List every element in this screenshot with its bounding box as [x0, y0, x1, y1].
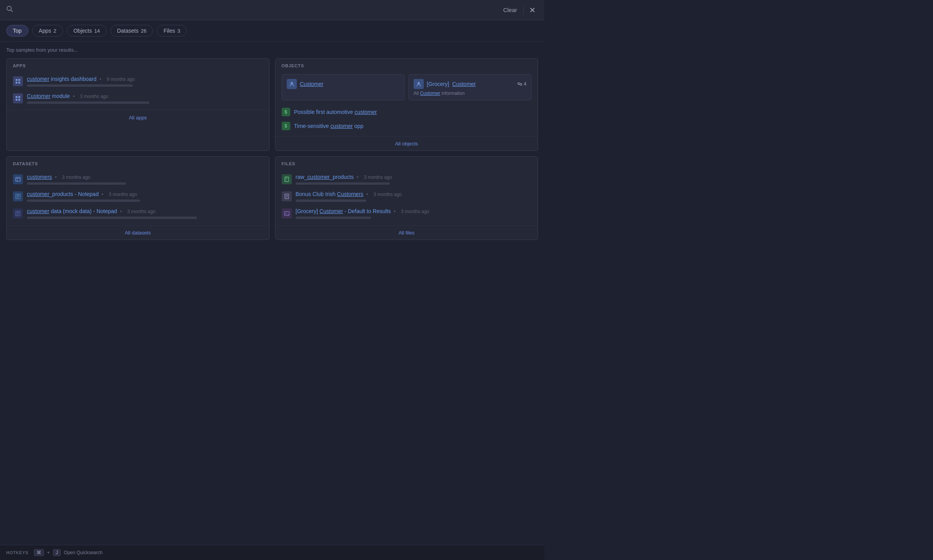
dataset-bar-3	[27, 217, 197, 219]
opp-title-2[interactable]: Time-sensitive customer opp	[294, 123, 363, 129]
file-time-1: 3 months ago	[364, 175, 392, 180]
all-files-link[interactable]: All files	[398, 230, 414, 236]
all-datasets-link[interactable]: All datasets	[125, 230, 151, 236]
file-item-2: Bonus Club Irish Customers • 3 months ag…	[282, 188, 532, 205]
all-objects-link[interactable]: All objects	[395, 141, 418, 147]
objects-section-body: Customer	[275, 71, 538, 136]
file-meta-1: raw_customer_products • 3 months ago	[296, 174, 532, 185]
file-link-3[interactable]: [Grocery] Customer - Default to Results	[296, 208, 391, 214]
filter-tabs: Top Apps 2 Objects 14 Datasets 26 Files …	[0, 20, 544, 42]
tab-datasets-count: 26	[141, 28, 146, 34]
tab-datasets[interactable]: Datasets 26	[110, 25, 153, 37]
opp-item-1: $ Possible first automotive customer	[282, 105, 532, 119]
customer-card-link[interactable]: Customer	[300, 81, 324, 87]
person-icon-2	[414, 79, 424, 89]
svg-point-31	[285, 212, 286, 213]
dataset-time-1: 3 months ago	[62, 175, 91, 180]
dataset-item-2: customer_products - Notepad • 3 months a…	[13, 188, 263, 205]
files-section-body: raw_customer_products • 3 months ago	[275, 169, 538, 225]
file-link-2[interactable]: Bonus Club Irish Customers	[296, 191, 363, 197]
tab-objects[interactable]: Objects 14	[67, 25, 107, 37]
file-bar-2	[296, 200, 367, 202]
search-icon	[6, 5, 13, 14]
apps-section-body: customer insights dashboard • 9 months a…	[7, 71, 269, 110]
tab-files[interactable]: Files 3	[157, 25, 187, 37]
file-title-1[interactable]: raw_customer_products • 3 months ago	[296, 174, 532, 180]
svg-rect-9	[18, 99, 20, 101]
clear-button[interactable]: Clear	[500, 5, 520, 15]
tab-apps-count: 2	[54, 28, 56, 34]
dataset-title-2[interactable]: customer_products - Notepad • 3 months a…	[27, 191, 263, 197]
file-meta-3: [Grocery] Customer - Default to Results …	[296, 208, 532, 219]
app-link-2[interactable]: Customer module	[27, 93, 70, 99]
file-icon-3	[282, 208, 292, 219]
dataset-link-2[interactable]: customer_products - Notepad	[27, 191, 98, 197]
dataset-title-3[interactable]: customer data (mock data) - Notepad • 3 …	[27, 208, 263, 214]
files-section: FILES raw_customer_products •	[275, 156, 538, 240]
tab-objects-label: Objects	[74, 28, 92, 34]
dataset-title-1[interactable]: customers • 3 months ago	[27, 174, 263, 180]
opp-title-1[interactable]: Possible first automotive customer	[294, 109, 377, 115]
grocery-customer-card[interactable]: [Grocery] Customer 4 All Customer inform…	[409, 74, 531, 100]
tab-top-label: Top	[13, 28, 22, 34]
grocery-card-sub-highlight[interactable]: Customer	[420, 91, 440, 96]
svg-rect-18	[16, 197, 18, 198]
link-badge: 4	[517, 81, 526, 87]
dollar-icon-2: $	[282, 122, 290, 130]
dataset-icon-3	[13, 208, 23, 219]
tab-objects-count: 14	[94, 28, 100, 34]
grocery-card-link[interactable]: [Grocery] Customer	[427, 81, 476, 87]
dataset-meta-2: customer_products - Notepad • 3 months a…	[27, 191, 263, 202]
tab-files-count: 3	[177, 28, 180, 34]
app-title-1[interactable]: customer insights dashboard • 9 months a…	[27, 76, 263, 82]
link-count: 4	[524, 81, 526, 87]
svg-rect-20	[16, 212, 19, 213]
dataset-icon-1	[13, 174, 23, 184]
apps-section: APPS customer insights dashb	[6, 58, 270, 151]
svg-line-1	[11, 10, 13, 12]
dataset-link-3[interactable]: customer data (mock data) - Notepad	[27, 208, 117, 214]
opp-link-2[interactable]: Time-sensitive customer opp	[294, 123, 363, 129]
app-time-2: 3 months ago	[80, 94, 108, 99]
all-apps-link[interactable]: All apps	[129, 115, 147, 121]
results-grid: APPS customer insights dashb	[6, 58, 538, 240]
app-title-2[interactable]: Customer module • 3 months ago	[27, 93, 263, 99]
svg-rect-22	[16, 214, 18, 215]
close-button[interactable]: ✕	[527, 4, 538, 16]
dataset-link-1[interactable]: customers	[27, 174, 52, 180]
objects-section: OBJECTS Custome	[275, 58, 538, 151]
customer-card-highlight: Customer	[300, 81, 324, 87]
svg-rect-17	[16, 196, 19, 197]
app-icon-1	[13, 76, 23, 86]
svg-rect-21	[16, 213, 19, 214]
app-meta-2: Customer module • 3 months ago	[27, 93, 263, 104]
file-link-1[interactable]: raw_customer_products	[296, 174, 354, 180]
svg-rect-3	[18, 79, 20, 81]
tab-apps[interactable]: Apps 2	[32, 25, 63, 37]
opp-link-1[interactable]: Possible first automotive customer	[294, 109, 377, 115]
dollar-icon-1: $	[282, 108, 290, 116]
app-meta-1: customer insights dashboard • 9 months a…	[27, 76, 263, 87]
tab-datasets-label: Datasets	[117, 28, 139, 34]
customer-card[interactable]: Customer	[282, 74, 405, 100]
file-item-3: [Grocery] Customer - Default to Results …	[282, 205, 532, 222]
svg-rect-12	[16, 177, 20, 181]
svg-point-10	[291, 82, 293, 84]
file-title-3[interactable]: [Grocery] Customer - Default to Results …	[296, 208, 532, 214]
search-input[interactable]: customer	[17, 6, 500, 14]
opp-item-2: $ Time-sensitive customer opp	[282, 119, 532, 133]
datasets-section-body: customers • 3 months ago	[7, 169, 269, 225]
files-section-header: FILES	[275, 157, 538, 169]
app-bar-1	[27, 84, 133, 87]
files-section-footer: All files	[275, 225, 538, 240]
objects-section-footer: All objects	[275, 136, 538, 150]
svg-rect-6	[16, 96, 18, 98]
dataset-time-2: 3 months ago	[109, 192, 137, 197]
grocery-card-header: [Grocery] Customer 4	[414, 79, 526, 89]
main-content: Top samples from your results... APPS	[0, 42, 544, 245]
tab-top[interactable]: Top	[6, 25, 28, 37]
app-link-1[interactable]: customer insights dashboard	[27, 76, 96, 82]
person-icon-1	[287, 79, 297, 89]
file-title-2[interactable]: Bonus Club Irish Customers • 3 months ag…	[296, 191, 532, 197]
svg-rect-23	[285, 177, 289, 182]
